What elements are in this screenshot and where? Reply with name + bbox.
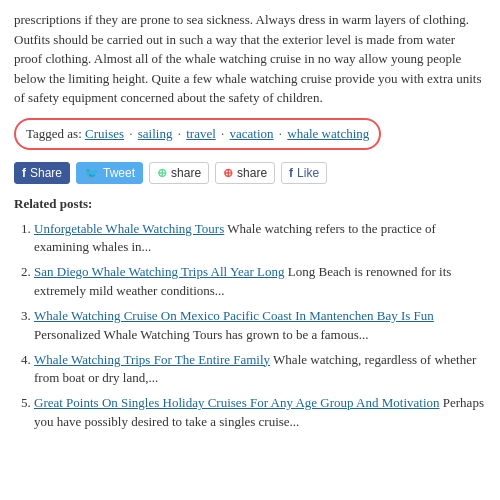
share1-icon: ⊕: [157, 166, 167, 180]
related-post-desc-3: Personalized Whale Watching Tours has gr…: [34, 327, 369, 342]
twitter-icon: 🐦: [84, 166, 99, 180]
related-posts-title: Related posts:: [14, 196, 486, 212]
related-post-item: Whale Watching Trips For The Entire Fami…: [34, 351, 486, 389]
tag-sailing[interactable]: sailing: [138, 126, 173, 141]
tag-travel[interactable]: travel: [186, 126, 216, 141]
share-button-1[interactable]: ⊕ share: [149, 162, 209, 184]
share1-label: share: [171, 166, 201, 180]
related-post-link-3[interactable]: Whale Watching Cruise On Mexico Pacific …: [34, 308, 434, 323]
related-post-link-2[interactable]: San Diego Whale Watching Trips All Year …: [34, 264, 285, 279]
related-post-item: Whale Watching Cruise On Mexico Pacific …: [34, 307, 486, 345]
intro-paragraph: prescriptions if they are prone to sea s…: [14, 10, 486, 108]
page-container: prescriptions if they are prone to sea s…: [0, 0, 500, 448]
fb-like-icon: f: [289, 166, 293, 180]
related-post-item: Great Points On Singles Holiday Cruises …: [34, 394, 486, 432]
share2-label: share: [237, 166, 267, 180]
related-post-link-4[interactable]: Whale Watching Trips For The Entire Fami…: [34, 352, 270, 367]
tagged-label: Tagged as:: [26, 126, 82, 141]
tag-vacation[interactable]: vacation: [230, 126, 274, 141]
facebook-like-button[interactable]: f Like: [281, 162, 327, 184]
facebook-icon: f: [22, 166, 26, 180]
facebook-share-button[interactable]: f Share: [14, 162, 70, 184]
fb-like-label: Like: [297, 166, 319, 180]
twitter-share-label: Tweet: [103, 166, 135, 180]
related-post-item: San Diego Whale Watching Trips All Year …: [34, 263, 486, 301]
tag-whale-watching[interactable]: whale watching: [287, 126, 369, 141]
share-bar: f Share 🐦 Tweet ⊕ share ⊕ share f Like: [14, 162, 486, 184]
related-posts-list: Unforgetable Whale Watching Tours Whale …: [14, 220, 486, 432]
related-post-link-5[interactable]: Great Points On Singles Holiday Cruises …: [34, 395, 440, 410]
tagged-section: Tagged as: Cruises · sailing · travel · …: [14, 118, 381, 150]
tag-cruises[interactable]: Cruises: [85, 126, 124, 141]
share2-icon: ⊕: [223, 166, 233, 180]
twitter-share-button[interactable]: 🐦 Tweet: [76, 162, 143, 184]
share-button-2[interactable]: ⊕ share: [215, 162, 275, 184]
related-post-link-1[interactable]: Unforgetable Whale Watching Tours: [34, 221, 224, 236]
facebook-share-label: Share: [30, 166, 62, 180]
related-post-item: Unforgetable Whale Watching Tours Whale …: [34, 220, 486, 258]
